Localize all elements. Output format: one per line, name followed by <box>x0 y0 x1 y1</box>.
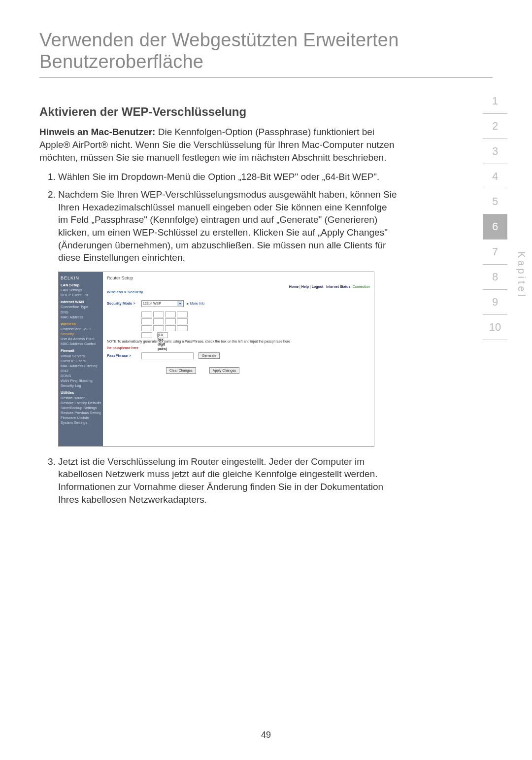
sidebar-item-cip[interactable]: Client IP Filters <box>61 359 101 364</box>
tab-5[interactable]: 5 <box>483 189 507 214</box>
hex-input[interactable] <box>153 311 164 317</box>
section-heading: Aktivieren der WEP-Verschlüsselung <box>39 105 399 119</box>
sidebar-item-lan-settings[interactable]: LAN Settings <box>61 288 101 293</box>
passphrase-input[interactable] <box>141 352 194 359</box>
breadcrumb: Wireless > Security <box>107 290 370 295</box>
chapter-label: Kapitel <box>516 251 527 299</box>
chapter-tabs: 1 2 3 4 5 6 7 8 9 10 <box>483 89 507 340</box>
hex-input[interactable] <box>177 325 188 331</box>
sidebar-header-wireless: Wireless <box>61 322 101 327</box>
security-mode-value: 128bit WEP <box>143 301 161 306</box>
tab-2[interactable]: 2 <box>483 114 507 139</box>
more-info-link[interactable]: More Info <box>187 301 204 306</box>
sidebar-item-channel[interactable]: Channel and SSID <box>61 327 101 332</box>
step-2-text: Nachdem Sie Ihren WEP-Verschlüsselungsmo… <box>58 189 397 263</box>
sidebar-item-dns[interactable]: DNS <box>61 310 101 315</box>
hint-label: Hinweis an Mac-Benutzer: <box>39 127 155 137</box>
step-1: Wählen Sie im Dropdown-Menü die Option „… <box>58 171 399 183</box>
sidebar-item-ddns[interactable]: DDNS <box>61 374 101 379</box>
brand-logo: BELKIN <box>61 275 101 281</box>
link-help[interactable]: Help <box>301 285 309 288</box>
hex-input[interactable] <box>153 325 164 331</box>
status-label: Internet Status: <box>326 285 351 288</box>
sidebar-item-wanping[interactable]: WAN Ping Blocking <box>61 379 101 383</box>
router-toplinks: Home | Help | Logout Internet Status: Co… <box>289 284 370 289</box>
hex-row-4: (13 hex digit pairs) <box>141 332 370 338</box>
sidebar-header-utilities: Utilities <box>61 390 101 395</box>
step-3: Jetzt ist die Verschlüsselung im Router … <box>58 455 399 506</box>
hex-input[interactable] <box>141 332 152 338</box>
sidebar-item-save[interactable]: Save/Backup Settings <box>61 406 101 411</box>
hex-row-2 <box>141 318 370 324</box>
sidebar-item-restore-defaults[interactable]: Restore Factory Defaults <box>61 401 101 406</box>
sidebar-item-security[interactable]: Security <box>61 332 101 337</box>
hex-input[interactable] <box>165 325 176 331</box>
hex-input[interactable] <box>165 311 176 317</box>
tab-8[interactable]: 8 <box>483 265 507 290</box>
sidebar-header-wan: Internet WAN <box>61 300 101 305</box>
generate-button[interactable]: Generate <box>199 352 220 359</box>
chevron-down-icon: ▾ <box>177 301 182 306</box>
sidebar-item-connection[interactable]: Connection Type <box>61 305 101 310</box>
tab-9[interactable]: 9 <box>483 290 507 315</box>
page-title: Verwenden der Webgestützten Erweiterten … <box>39 30 493 78</box>
link-home[interactable]: Home <box>289 285 299 288</box>
link-logout[interactable]: Logout <box>312 285 324 288</box>
step-2: Nachdem Sie Ihren WEP-Verschlüsselungsmo… <box>58 188 399 447</box>
hex-input[interactable] <box>165 318 176 324</box>
hex-pairs-label: (13 hex digit pairs) <box>157 332 168 338</box>
sidebar-item-dhcp[interactable]: DHCP Client List <box>61 293 101 298</box>
apply-changes-button[interactable]: Apply Changes <box>209 367 239 374</box>
hex-input[interactable] <box>153 318 164 324</box>
sidebar-header-firewall: Firewall <box>61 348 101 353</box>
sidebar-item-system[interactable]: System Settings <box>61 420 101 425</box>
hex-row-1 <box>141 311 370 317</box>
hex-input[interactable] <box>177 318 188 324</box>
hex-note-red: the passphrase here <box>107 345 370 350</box>
hint-paragraph: Hinweis an Mac-Benutzer: Die Kennfolgen-… <box>39 126 399 164</box>
hex-input[interactable] <box>141 318 152 324</box>
tab-3[interactable]: 3 <box>483 139 507 164</box>
sidebar-item-restore-prev[interactable]: Restore Previous Settings <box>61 411 101 415</box>
hex-input[interactable] <box>141 325 152 331</box>
sidebar-item-vs[interactable]: Virtual Servers <box>61 354 101 359</box>
sidebar-item-maf[interactable]: MAC Address Filtering <box>61 364 101 369</box>
sidebar-item-maccontrol[interactable]: MAC Address Control <box>61 342 101 346</box>
status-value: Connection <box>353 285 370 288</box>
router-screenshot: BELKIN LAN Setup LAN Settings DHCP Clien… <box>58 272 374 447</box>
sidebar-item-mac[interactable]: MAC Address <box>61 315 101 320</box>
security-mode-label: Security Mode > <box>107 301 141 306</box>
tab-7[interactable]: 7 <box>483 240 507 265</box>
clear-changes-button[interactable]: Clear Changes <box>166 367 196 374</box>
router-sidebar: BELKIN LAN Setup LAN Settings DHCP Clien… <box>59 272 103 446</box>
security-mode-select[interactable]: 128bit WEP ▾ <box>141 300 184 307</box>
tab-4[interactable]: 4 <box>483 164 507 189</box>
hex-input[interactable] <box>141 311 152 317</box>
sidebar-header-lan: LAN Setup <box>61 283 101 288</box>
hex-row-3 <box>141 325 370 331</box>
tab-1[interactable]: 1 <box>483 89 507 114</box>
page-number: 49 <box>0 730 532 740</box>
sidebar-item-ap[interactable]: Use As Access Point <box>61 337 101 342</box>
sidebar-item-restart[interactable]: Restart Router <box>61 396 101 401</box>
hex-note: NOTE:To automatically generate hex pairs… <box>107 339 370 344</box>
passphrase-label: PassPhrase > <box>107 353 141 358</box>
sidebar-item-dmz[interactable]: DMZ <box>61 369 101 374</box>
router-main: Router Setup Home | Help | Logout Intern… <box>103 272 374 446</box>
hex-input[interactable] <box>177 311 188 317</box>
sidebar-item-fw[interactable]: Firmware Update <box>61 415 101 420</box>
sidebar-item-seclog[interactable]: Security Log <box>61 383 101 388</box>
tab-10[interactable]: 10 <box>483 315 507 340</box>
tab-6[interactable]: 6 <box>483 214 507 240</box>
